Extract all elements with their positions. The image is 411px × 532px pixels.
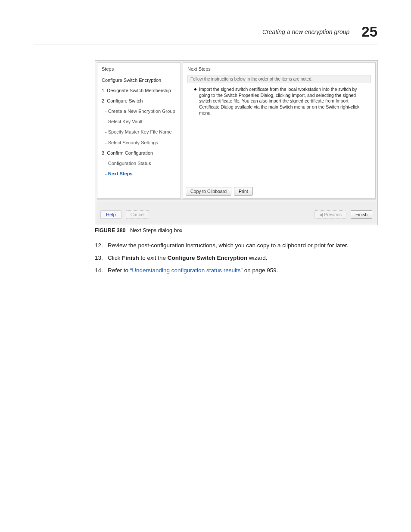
bullet-text: Import the signed switch certificate fro… [199, 87, 369, 116]
step-sub-item: - Specify Master Key File Name [105, 129, 176, 134]
print-button[interactable]: Print [234, 187, 253, 196]
step-item: 1. Designate Switch Membership [102, 88, 176, 93]
previous-button: ◀ Previous [314, 210, 346, 219]
chapter-number: 25 [361, 24, 377, 40]
figure-caption: FIGURE 380 Next Steps dialog box [95, 227, 183, 233]
body-text-list: 12. Review the post-configuration instru… [95, 242, 377, 279]
next-steps-dialog: Steps Configure Switch Encryption 1. Des… [95, 60, 378, 225]
list-number: 14. [95, 267, 108, 275]
section-title: Creating a new encryption group [262, 28, 349, 35]
list-number: 13. [95, 254, 108, 262]
figure-text: Next Steps dialog box [130, 227, 183, 233]
text-fragment: Click [108, 255, 122, 261]
text-fragment: on page 959. [243, 267, 278, 274]
figure-label: FIGURE 380 [95, 227, 126, 233]
instruction-bullet: Import the signed switch certificate fro… [187, 87, 371, 116]
step-sub-item: - Select Security Settings [105, 140, 176, 145]
step-sub-item: - Select Key Vault [105, 119, 176, 124]
step-active-item: - Next Steps [105, 171, 176, 176]
instruction-bar: Follow the instructions below in the ord… [187, 75, 371, 83]
bullet-icon [194, 88, 196, 90]
chevron-left-icon: ◀ [319, 212, 324, 217]
cancel-button: Cancel [126, 210, 149, 219]
list-text: Click Finish to exit the Configure Switc… [108, 254, 268, 262]
text-fragment: to exit the [139, 255, 168, 261]
bold-fragment: Configure Switch Encryption [168, 255, 247, 261]
finish-button[interactable]: Finish [351, 210, 372, 219]
list-number: 12. [95, 242, 108, 250]
list-item-13: 13. Click Finish to exit the Configure S… [95, 254, 377, 262]
main-panel: Next Steps Follow the instructions below… [183, 62, 376, 199]
step-item: 2. Configure Switch [102, 98, 176, 103]
copy-to-clipboard-button[interactable]: Copy to Clipboard [186, 187, 231, 196]
bold-fragment: Finish [122, 255, 139, 261]
steps-panel-title: Steps [102, 66, 176, 72]
help-button[interactable]: Help [100, 210, 121, 219]
step-sub-item: - Create a New Encryption Group [105, 109, 176, 114]
text-fragment: wizard. [247, 255, 268, 261]
list-text: Review the post-configuration instructio… [108, 242, 348, 250]
page-header: Creating a new encryption group 25 [0, 24, 377, 40]
previous-label: Previous [324, 212, 342, 217]
dialog-footer: Help Cancel ◀ Previous Finish [97, 201, 376, 223]
text-fragment: Refer to [108, 267, 130, 274]
header-rule [34, 44, 377, 44]
footer-rule [97, 199, 376, 199]
step-item: Configure Switch Encryption [102, 78, 176, 83]
list-item-14: 14. Refer to “Understanding configuratio… [95, 267, 377, 275]
cross-reference-link[interactable]: “Understanding configuration status resu… [130, 267, 243, 274]
step-item: 3. Confirm Configuration [102, 150, 176, 156]
step-sub-item: - Configuration Status [105, 161, 176, 166]
list-text: Refer to “Understanding configuration st… [108, 267, 278, 275]
list-item-12: 12. Review the post-configuration instru… [95, 242, 377, 250]
steps-panel: Steps Configure Switch Encryption 1. Des… [97, 62, 181, 199]
main-panel-title: Next Steps [187, 66, 371, 72]
